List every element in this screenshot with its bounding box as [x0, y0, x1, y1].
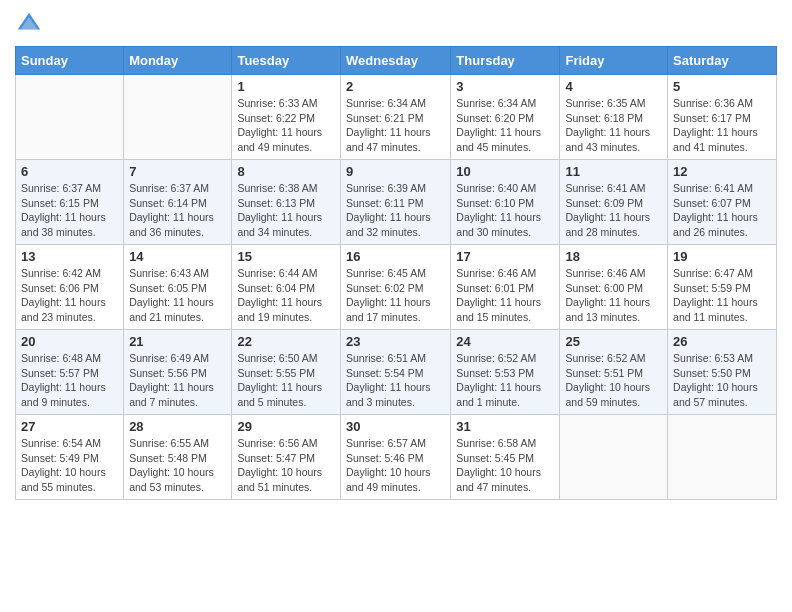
day-number: 18 — [565, 249, 662, 264]
day-info: Sunrise: 6:46 AM Sunset: 6:01 PM Dayligh… — [456, 266, 554, 325]
day-info: Sunrise: 6:35 AM Sunset: 6:18 PM Dayligh… — [565, 96, 662, 155]
day-info: Sunrise: 6:43 AM Sunset: 6:05 PM Dayligh… — [129, 266, 226, 325]
calendar-cell — [668, 415, 777, 500]
day-info: Sunrise: 6:46 AM Sunset: 6:00 PM Dayligh… — [565, 266, 662, 325]
calendar-cell: 14Sunrise: 6:43 AM Sunset: 6:05 PM Dayli… — [124, 245, 232, 330]
day-info: Sunrise: 6:56 AM Sunset: 5:47 PM Dayligh… — [237, 436, 335, 495]
calendar-cell: 6Sunrise: 6:37 AM Sunset: 6:15 PM Daylig… — [16, 160, 124, 245]
day-number: 31 — [456, 419, 554, 434]
day-number: 15 — [237, 249, 335, 264]
day-info: Sunrise: 6:34 AM Sunset: 6:21 PM Dayligh… — [346, 96, 445, 155]
calendar-week-row: 20Sunrise: 6:48 AM Sunset: 5:57 PM Dayli… — [16, 330, 777, 415]
calendar-cell: 12Sunrise: 6:41 AM Sunset: 6:07 PM Dayli… — [668, 160, 777, 245]
day-info: Sunrise: 6:55 AM Sunset: 5:48 PM Dayligh… — [129, 436, 226, 495]
calendar-week-row: 6Sunrise: 6:37 AM Sunset: 6:15 PM Daylig… — [16, 160, 777, 245]
day-info: Sunrise: 6:54 AM Sunset: 5:49 PM Dayligh… — [21, 436, 118, 495]
day-info: Sunrise: 6:47 AM Sunset: 5:59 PM Dayligh… — [673, 266, 771, 325]
day-info: Sunrise: 6:41 AM Sunset: 6:09 PM Dayligh… — [565, 181, 662, 240]
calendar-cell: 16Sunrise: 6:45 AM Sunset: 6:02 PM Dayli… — [340, 245, 450, 330]
weekday-header-friday: Friday — [560, 47, 668, 75]
day-number: 4 — [565, 79, 662, 94]
logo-icon — [15, 10, 43, 38]
day-info: Sunrise: 6:44 AM Sunset: 6:04 PM Dayligh… — [237, 266, 335, 325]
calendar-week-row: 27Sunrise: 6:54 AM Sunset: 5:49 PM Dayli… — [16, 415, 777, 500]
calendar-cell: 24Sunrise: 6:52 AM Sunset: 5:53 PM Dayli… — [451, 330, 560, 415]
day-info: Sunrise: 6:50 AM Sunset: 5:55 PM Dayligh… — [237, 351, 335, 410]
day-info: Sunrise: 6:49 AM Sunset: 5:56 PM Dayligh… — [129, 351, 226, 410]
calendar-cell: 21Sunrise: 6:49 AM Sunset: 5:56 PM Dayli… — [124, 330, 232, 415]
calendar-cell: 5Sunrise: 6:36 AM Sunset: 6:17 PM Daylig… — [668, 75, 777, 160]
calendar-cell: 1Sunrise: 6:33 AM Sunset: 6:22 PM Daylig… — [232, 75, 341, 160]
weekday-header-sunday: Sunday — [16, 47, 124, 75]
calendar-cell: 30Sunrise: 6:57 AM Sunset: 5:46 PM Dayli… — [340, 415, 450, 500]
day-number: 28 — [129, 419, 226, 434]
day-number: 29 — [237, 419, 335, 434]
day-number: 12 — [673, 164, 771, 179]
calendar-cell: 28Sunrise: 6:55 AM Sunset: 5:48 PM Dayli… — [124, 415, 232, 500]
day-info: Sunrise: 6:45 AM Sunset: 6:02 PM Dayligh… — [346, 266, 445, 325]
calendar-cell: 8Sunrise: 6:38 AM Sunset: 6:13 PM Daylig… — [232, 160, 341, 245]
weekday-header-tuesday: Tuesday — [232, 47, 341, 75]
calendar-cell: 11Sunrise: 6:41 AM Sunset: 6:09 PM Dayli… — [560, 160, 668, 245]
day-number: 10 — [456, 164, 554, 179]
calendar-cell: 17Sunrise: 6:46 AM Sunset: 6:01 PM Dayli… — [451, 245, 560, 330]
day-number: 6 — [21, 164, 118, 179]
calendar-cell: 15Sunrise: 6:44 AM Sunset: 6:04 PM Dayli… — [232, 245, 341, 330]
day-info: Sunrise: 6:33 AM Sunset: 6:22 PM Dayligh… — [237, 96, 335, 155]
day-info: Sunrise: 6:36 AM Sunset: 6:17 PM Dayligh… — [673, 96, 771, 155]
day-info: Sunrise: 6:40 AM Sunset: 6:10 PM Dayligh… — [456, 181, 554, 240]
day-info: Sunrise: 6:39 AM Sunset: 6:11 PM Dayligh… — [346, 181, 445, 240]
calendar-cell: 2Sunrise: 6:34 AM Sunset: 6:21 PM Daylig… — [340, 75, 450, 160]
calendar-cell: 3Sunrise: 6:34 AM Sunset: 6:20 PM Daylig… — [451, 75, 560, 160]
day-number: 22 — [237, 334, 335, 349]
calendar-cell: 26Sunrise: 6:53 AM Sunset: 5:50 PM Dayli… — [668, 330, 777, 415]
day-number: 20 — [21, 334, 118, 349]
day-number: 1 — [237, 79, 335, 94]
calendar-cell: 22Sunrise: 6:50 AM Sunset: 5:55 PM Dayli… — [232, 330, 341, 415]
day-number: 3 — [456, 79, 554, 94]
day-number: 24 — [456, 334, 554, 349]
day-info: Sunrise: 6:38 AM Sunset: 6:13 PM Dayligh… — [237, 181, 335, 240]
logo — [15, 10, 47, 38]
day-info: Sunrise: 6:34 AM Sunset: 6:20 PM Dayligh… — [456, 96, 554, 155]
calendar-week-row: 13Sunrise: 6:42 AM Sunset: 6:06 PM Dayli… — [16, 245, 777, 330]
weekday-header-thursday: Thursday — [451, 47, 560, 75]
page-header — [15, 10, 777, 38]
day-number: 14 — [129, 249, 226, 264]
calendar-cell — [16, 75, 124, 160]
calendar-cell: 4Sunrise: 6:35 AM Sunset: 6:18 PM Daylig… — [560, 75, 668, 160]
calendar-cell: 27Sunrise: 6:54 AM Sunset: 5:49 PM Dayli… — [16, 415, 124, 500]
day-number: 5 — [673, 79, 771, 94]
day-info: Sunrise: 6:42 AM Sunset: 6:06 PM Dayligh… — [21, 266, 118, 325]
calendar-cell: 9Sunrise: 6:39 AM Sunset: 6:11 PM Daylig… — [340, 160, 450, 245]
weekday-header-monday: Monday — [124, 47, 232, 75]
day-number: 8 — [237, 164, 335, 179]
day-number: 16 — [346, 249, 445, 264]
day-number: 17 — [456, 249, 554, 264]
day-number: 9 — [346, 164, 445, 179]
calendar-cell — [124, 75, 232, 160]
calendar-cell: 13Sunrise: 6:42 AM Sunset: 6:06 PM Dayli… — [16, 245, 124, 330]
day-info: Sunrise: 6:41 AM Sunset: 6:07 PM Dayligh… — [673, 181, 771, 240]
weekday-header-wednesday: Wednesday — [340, 47, 450, 75]
day-number: 26 — [673, 334, 771, 349]
day-number: 21 — [129, 334, 226, 349]
day-number: 2 — [346, 79, 445, 94]
day-info: Sunrise: 6:57 AM Sunset: 5:46 PM Dayligh… — [346, 436, 445, 495]
calendar-cell: 29Sunrise: 6:56 AM Sunset: 5:47 PM Dayli… — [232, 415, 341, 500]
calendar-week-row: 1Sunrise: 6:33 AM Sunset: 6:22 PM Daylig… — [16, 75, 777, 160]
calendar-cell — [560, 415, 668, 500]
day-info: Sunrise: 6:53 AM Sunset: 5:50 PM Dayligh… — [673, 351, 771, 410]
weekday-header-saturday: Saturday — [668, 47, 777, 75]
day-info: Sunrise: 6:58 AM Sunset: 5:45 PM Dayligh… — [456, 436, 554, 495]
calendar-table: SundayMondayTuesdayWednesdayThursdayFrid… — [15, 46, 777, 500]
calendar-cell: 23Sunrise: 6:51 AM Sunset: 5:54 PM Dayli… — [340, 330, 450, 415]
day-info: Sunrise: 6:37 AM Sunset: 6:14 PM Dayligh… — [129, 181, 226, 240]
day-number: 7 — [129, 164, 226, 179]
day-info: Sunrise: 6:37 AM Sunset: 6:15 PM Dayligh… — [21, 181, 118, 240]
day-info: Sunrise: 6:52 AM Sunset: 5:53 PM Dayligh… — [456, 351, 554, 410]
calendar-cell: 10Sunrise: 6:40 AM Sunset: 6:10 PM Dayli… — [451, 160, 560, 245]
day-number: 27 — [21, 419, 118, 434]
calendar-cell: 25Sunrise: 6:52 AM Sunset: 5:51 PM Dayli… — [560, 330, 668, 415]
day-info: Sunrise: 6:51 AM Sunset: 5:54 PM Dayligh… — [346, 351, 445, 410]
